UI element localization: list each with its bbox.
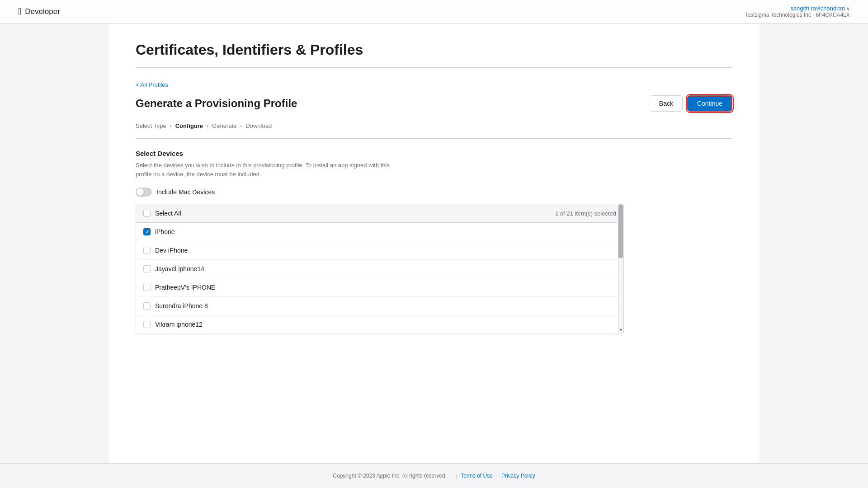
- toggle-knob: [137, 188, 144, 196]
- back-button[interactable]: Back: [650, 95, 683, 112]
- include-mac-toggle[interactable]: [136, 188, 152, 197]
- header:  Developer sangith ravichandran Testsig…: [0, 0, 868, 23]
- device-list-container: Select All 1 of 21 item(s) selected iPho…: [136, 204, 624, 334]
- device-name-vikram: Vikram iphone12: [155, 321, 203, 328]
- action-buttons: Back Continue: [650, 95, 732, 112]
- breadcrumb-step-download: Download: [245, 122, 272, 129]
- select-all-row: Select All 1 of 21 item(s) selected: [136, 204, 623, 223]
- header-user: sangith ravichandran Testsigma Technolog…: [745, 5, 850, 18]
- device-row: Surendra iPhone 8: [136, 297, 623, 315]
- breadcrumb-sep-2: ›: [207, 123, 208, 129]
- device-name-iphone: iPhone: [155, 228, 175, 235]
- device-row: Dev iPhone: [136, 241, 623, 260]
- footer-copyright: Copyright © 2023 Apple Inc. All rights r…: [333, 473, 447, 479]
- scrollbar-thumb[interactable]: [618, 204, 623, 258]
- breadcrumb-sep-3: ›: [240, 123, 242, 129]
- device-name-jayavel: Jayavel iphone14: [155, 265, 204, 272]
- device-row: PratheepV's IPHONE: [136, 278, 623, 297]
- select-devices-description: Select the devices you wish to include i…: [136, 161, 407, 178]
- device-row: iPhone: [136, 223, 623, 241]
- device-checkbox-vikram[interactable]: [143, 321, 151, 328]
- scrollbar-track[interactable]: ▲ ▼: [618, 204, 623, 334]
- breadcrumb-sep-1: ›: [170, 123, 172, 129]
- device-name-dev-iphone: Dev iPhone: [155, 247, 188, 254]
- breadcrumb-step-configure: Configure: [175, 122, 203, 129]
- device-checkbox-jayavel[interactable]: [143, 265, 151, 272]
- device-checkbox-iphone[interactable]: [143, 228, 151, 235]
- device-name-surendra: Surendra iPhone 8: [155, 302, 208, 310]
- device-checkbox-surendra[interactable]: [143, 302, 151, 310]
- footer-divider-2: |: [496, 473, 498, 479]
- scroll-down-arrow[interactable]: ▼: [619, 328, 623, 332]
- device-row: Jayavel iphone14: [136, 260, 623, 278]
- privacy-policy-link[interactable]: Privacy Policy: [501, 473, 535, 479]
- username-dropdown[interactable]: sangith ravichandran: [745, 5, 850, 12]
- apple-logo-icon: : [18, 6, 21, 17]
- breadcrumb-step-generate: Generate: [212, 122, 236, 129]
- page-title: Certificates, Identifiers & Profiles: [136, 42, 732, 68]
- footer-links: Copyright © 2023 Apple Inc. All rights r…: [333, 473, 535, 479]
- org-name: Testsigma Technologies Inc - 6F4CKCA4LX: [745, 12, 850, 18]
- logo-text: Developer: [25, 7, 60, 16]
- device-row: Vikram iphone12: [136, 315, 623, 334]
- select-all-checkbox[interactable]: [143, 210, 151, 217]
- section-header: Generate a Provisioning Profile Back Con…: [136, 95, 732, 112]
- main-content: Certificates, Identifiers & Profiles < A…: [108, 23, 760, 463]
- continue-button[interactable]: Continue: [687, 95, 732, 112]
- device-name-pratheep: PratheepV's IPHONE: [155, 284, 215, 291]
- device-checkbox-pratheep[interactable]: [143, 284, 151, 291]
- select-all-label: Select All: [155, 210, 181, 217]
- breadcrumb: Select Type › Configure › Generate › Dow…: [136, 122, 732, 139]
- select-devices-title: Select Devices: [136, 150, 732, 157]
- logo:  Developer: [18, 6, 60, 17]
- selection-count: 1 of 21 item(s) selected: [555, 210, 616, 217]
- breadcrumb-step-select-type: Select Type: [136, 122, 166, 129]
- footer-divider-1: |: [456, 473, 457, 479]
- all-profiles-link[interactable]: < All Profiles: [136, 81, 168, 88]
- terms-of-use-link[interactable]: Terms of Use: [461, 473, 493, 479]
- section-title: Generate a Provisioning Profile: [136, 97, 297, 110]
- device-checkbox-dev-iphone[interactable]: [143, 247, 151, 254]
- footer: Copyright © 2023 Apple Inc. All rights r…: [0, 463, 868, 488]
- toggle-row: Include Mac Devices: [136, 188, 732, 197]
- select-all-left: Select All: [143, 210, 181, 217]
- toggle-label: Include Mac Devices: [156, 188, 215, 196]
